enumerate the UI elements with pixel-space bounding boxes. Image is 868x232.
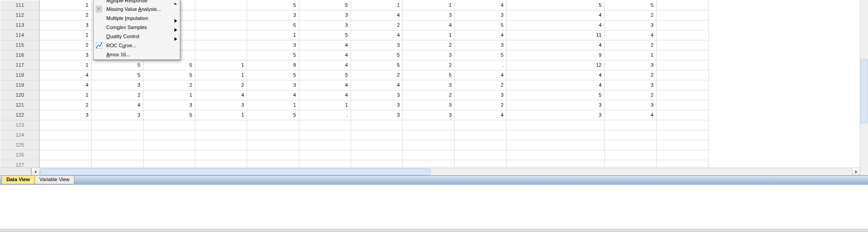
cell[interactable] [656, 150, 708, 160]
cell[interactable] [195, 30, 247, 40]
tab-variable-view[interactable]: Variable View [35, 176, 74, 184]
cell[interactable] [656, 110, 708, 120]
cell[interactable]: 4 [351, 80, 402, 90]
row-header[interactable]: 118 [0, 70, 40, 80]
cell[interactable] [605, 120, 656, 130]
cell[interactable] [656, 0, 708, 10]
cell[interactable]: 5 [299, 30, 351, 40]
cell[interactable]: 5 [299, 70, 351, 80]
cell[interactable]: 2 [195, 80, 247, 90]
cell[interactable]: 5 [247, 50, 299, 60]
cell[interactable] [656, 40, 708, 50]
row-header[interactable]: 124 [0, 130, 40, 140]
cell[interactable] [656, 70, 708, 80]
cell[interactable] [605, 130, 656, 140]
cell[interactable] [40, 150, 91, 160]
cell[interactable] [143, 120, 195, 130]
cell[interactable]: 3 [455, 90, 506, 100]
cell[interactable] [455, 120, 506, 130]
row-header[interactable]: 121 [0, 100, 40, 110]
cell[interactable]: 4 [605, 110, 656, 120]
cell[interactable]: . [299, 110, 351, 120]
cell[interactable] [195, 150, 247, 160]
cell[interactable]: 5 [299, 0, 351, 10]
cell[interactable] [40, 120, 91, 130]
cell[interactable]: 1 [40, 0, 91, 10]
cell[interactable]: 2 [403, 90, 455, 100]
cell[interactable]: 2 [403, 60, 455, 70]
cell[interactable]: 4 [506, 10, 605, 20]
cell[interactable] [195, 50, 247, 60]
cell[interactable]: 2 [605, 40, 656, 50]
cell[interactable] [195, 20, 247, 30]
cell[interactable]: 1 [247, 30, 299, 40]
cell[interactable] [247, 150, 299, 160]
cell[interactable]: 4 [195, 90, 247, 100]
row-header[interactable]: 127 [0, 160, 40, 168]
cell[interactable]: 4 [351, 30, 402, 40]
cell[interactable]: 3 [299, 10, 351, 20]
cell[interactable]: 4 [455, 30, 506, 40]
cell[interactable] [455, 160, 506, 168]
cell[interactable] [351, 150, 402, 160]
menu-item[interactable]: Multiple Response [94, 0, 179, 5]
cell[interactable] [656, 10, 708, 20]
row-header[interactable]: 114 [0, 30, 40, 40]
cell[interactable]: 4 [506, 70, 605, 80]
cell[interactable]: 3 [247, 80, 299, 90]
menu-item[interactable]: Complex Samples [94, 23, 179, 32]
cell[interactable]: 1 [195, 70, 247, 80]
row-header[interactable]: 119 [0, 80, 40, 90]
cell[interactable]: 3 [605, 80, 656, 90]
cell[interactable]: 12 [506, 60, 605, 70]
cell[interactable]: 2 [143, 80, 195, 90]
cell[interactable]: 9 [506, 50, 605, 60]
scroll-thumb[interactable] [861, 59, 868, 123]
cell[interactable]: 4 [247, 90, 299, 100]
cell[interactable] [656, 20, 708, 30]
cell[interactable] [143, 130, 195, 140]
row-header[interactable]: 126 [0, 150, 40, 160]
cell[interactable] [40, 160, 91, 168]
cell[interactable]: 2 [91, 90, 143, 100]
cell[interactable]: 3 [605, 100, 656, 110]
horizontal-scroll-track[interactable] [40, 168, 852, 176]
cell[interactable] [506, 120, 605, 130]
cell[interactable]: 3 [40, 20, 91, 30]
cell[interactable] [656, 50, 708, 60]
cell[interactable] [91, 130, 143, 140]
cell[interactable]: 2 [403, 40, 455, 50]
cell[interactable]: 4 [40, 70, 91, 80]
cell[interactable]: 5 [455, 20, 506, 30]
cell[interactable]: 3 [40, 110, 91, 120]
cell[interactable]: 3 [403, 80, 455, 90]
cell[interactable] [299, 120, 351, 130]
cell[interactable] [403, 130, 455, 140]
cell[interactable] [455, 150, 506, 160]
cell[interactable]: 5 [143, 110, 195, 120]
cell[interactable] [506, 130, 605, 140]
cell[interactable] [91, 140, 143, 150]
row-header[interactable]: 117 [0, 60, 40, 70]
row-header[interactable]: 115 [0, 40, 40, 50]
cell[interactable] [605, 160, 656, 168]
cell[interactable]: 2 [40, 10, 91, 20]
cell[interactable] [351, 140, 402, 150]
cell[interactable]: 2 [605, 90, 656, 100]
cell[interactable]: 5 [91, 70, 143, 80]
analyze-submenu[interactable]: Multiple ResponseMissing Value Analysis.… [93, 0, 180, 60]
cell[interactable]: 4 [506, 20, 605, 30]
menu-item[interactable]: Missing Value Analysis... [94, 5, 179, 14]
cell[interactable]: 3 [605, 20, 656, 30]
menu-item[interactable]: ROC Curve... [94, 41, 179, 50]
cell[interactable] [656, 80, 708, 90]
cell[interactable]: 2 [455, 100, 506, 110]
cell[interactable]: 5 [247, 70, 299, 80]
cell[interactable]: 4 [605, 30, 656, 40]
cell[interactable]: 5 [351, 60, 402, 70]
cell[interactable]: 3 [91, 80, 143, 90]
cell[interactable] [605, 140, 656, 150]
cell[interactable]: 3 [455, 10, 506, 20]
cell[interactable]: 5 [143, 60, 195, 70]
cell[interactable]: 1 [403, 0, 455, 10]
